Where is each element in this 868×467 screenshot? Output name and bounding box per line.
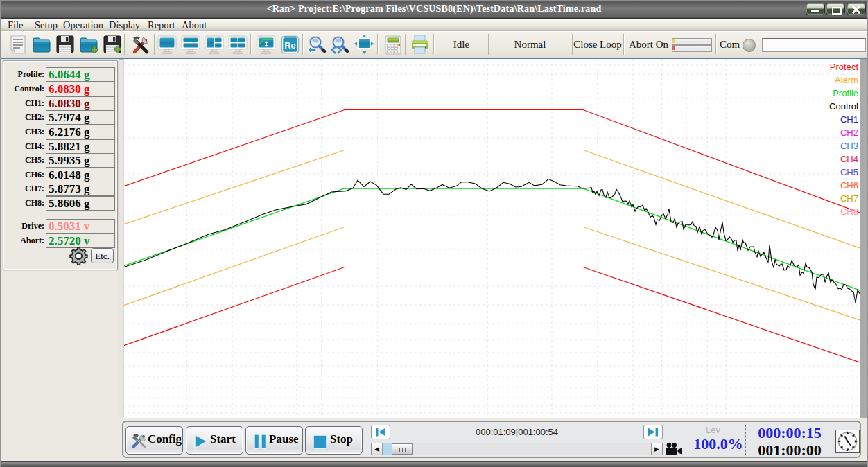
svg-text:Alarm: Alarm (835, 75, 858, 85)
svg-text:CH4: CH4 (840, 154, 858, 164)
svg-text:CH5: CH5 (840, 167, 858, 177)
svg-text:CH3: CH3 (840, 141, 858, 151)
svg-text:Control: Control (829, 101, 858, 112)
svg-text:CH6: CH6 (840, 180, 858, 191)
svg-text:Protect: Protect (830, 62, 859, 72)
svg-text:Profile: Profile (833, 88, 858, 98)
svg-text:Re: Re (284, 40, 296, 51)
svg-text:CH8: CH8 (840, 206, 858, 217)
svg-text:CH7: CH7 (840, 193, 858, 204)
svg-text:CH1: CH1 (840, 114, 858, 125)
svg-text:CH2: CH2 (840, 127, 858, 138)
